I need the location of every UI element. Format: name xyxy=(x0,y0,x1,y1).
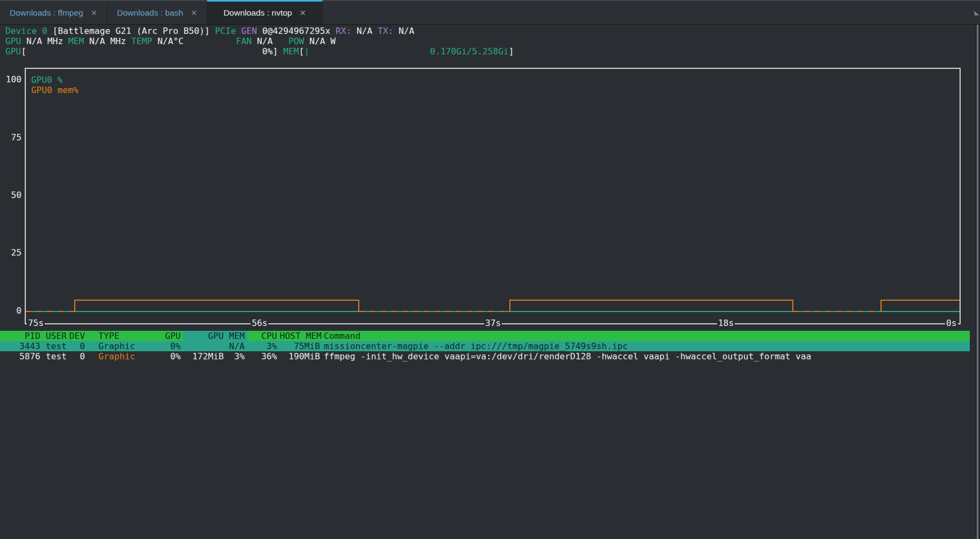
gpu-history-chart: GPU0 % GPU0 mem% xyxy=(25,68,961,324)
pid-value: 3443 xyxy=(5,341,40,351)
process-table-header: PID USER DEV TYPE GPU GPU MEM CPU HOST M… xyxy=(0,331,970,341)
scrollbar[interactable] xyxy=(975,25,980,539)
gen-label: GEN xyxy=(242,26,262,36)
konsole-window: Downloads : ffmpeg ✕ Downloads : bash ✕ … xyxy=(0,0,980,539)
dev-value: 0 xyxy=(63,351,85,361)
device-name: [Battlemage G21 (Arc Pro B50)] xyxy=(53,26,215,36)
gpu-mem-value: 172MiB 3% xyxy=(183,351,247,361)
x-tick-56s: 56s xyxy=(251,318,268,328)
col-dev: DEV xyxy=(63,331,85,341)
mem-clock-label: MEM xyxy=(68,36,89,46)
gpu-meter-open-bracket: [ xyxy=(21,46,26,56)
fan-label: FAN xyxy=(236,36,257,46)
rx-label: RX: xyxy=(336,26,357,36)
fan-value: N/A xyxy=(257,36,288,46)
col-pid: PID xyxy=(5,331,40,341)
pid-value: 5876 xyxy=(5,351,40,361)
stats-line: GPU N/A MHz MEM N/A MHz TEMP N/A°C FAN N… xyxy=(5,36,336,46)
process-row-selected[interactable]: 3443 test 0 Graphic 0% N/A 3% 75MiB miss… xyxy=(0,341,970,351)
mem-meter-label: MEM xyxy=(283,46,299,56)
mem-meter-tick: | xyxy=(304,46,310,56)
command-value: ffmpeg -init_hw_device vaapi=va:/dev/dri… xyxy=(324,351,967,361)
tab-label: Downloads : bash xyxy=(117,8,183,18)
gpu-clock-label: GPU xyxy=(5,36,26,46)
mem-meter-value: 0.170Gi/5.258Gi xyxy=(430,46,508,56)
function-key-bar: F2SetupF6SortF9KillF10QuitF12Save Config xyxy=(0,526,975,539)
process-row[interactable]: 5876 test 0 Graphic 0% 172MiB 3% 36% 190… xyxy=(0,351,970,361)
tab-label: Downloads : nvtop xyxy=(223,8,292,18)
legend-gpu-util: GPU0 % xyxy=(31,75,62,85)
tab-overflow-icon[interactable] xyxy=(975,11,979,16)
rx-value: N/A xyxy=(357,26,378,36)
y-tick-25: 25 xyxy=(0,247,22,258)
meters-line: GPU[ 0%] MEM[| 0.170Gi/5.258Gi] xyxy=(5,46,514,56)
x-tick-75s: 75s xyxy=(27,318,45,328)
legend-gpu-mem: GPU0 mem% xyxy=(31,85,79,95)
x-tick-0s: 0s xyxy=(945,318,958,328)
type-value: Graphic xyxy=(98,351,141,361)
device-info-line: Device 0 [Battlemage G21 (Arc Pro B50)] … xyxy=(5,26,414,36)
close-icon[interactable]: ✕ xyxy=(191,9,197,17)
col-gpu-mem-highlighted: GPU MEM xyxy=(183,331,247,341)
temp-value: N/A°C xyxy=(158,36,236,46)
tab-downloads-bash[interactable]: Downloads : bash ✕ xyxy=(107,1,207,24)
tab-downloads-nvtop[interactable]: Downloads : nvtop ✕ xyxy=(207,0,322,24)
mem-meter-open-bracket: [ xyxy=(299,46,304,56)
cpu-value: 36% xyxy=(252,351,277,361)
close-icon[interactable]: ✕ xyxy=(300,9,306,17)
gpu-mem-line-pulse xyxy=(509,300,793,312)
y-tick-75: 75 xyxy=(0,132,22,143)
gpu-mem-line-pulse xyxy=(74,300,359,312)
gpu-meter-value: 0% xyxy=(262,46,273,56)
pow-label: POW xyxy=(288,36,309,46)
y-tick-50: 50 xyxy=(0,190,22,200)
tab-bar: Downloads : ffmpeg ✕ Downloads : bash ✕ … xyxy=(0,0,980,25)
gpu-meter-close-bracket: ] xyxy=(273,46,283,56)
col-host-mem: HOST MEM xyxy=(280,331,320,341)
x-tick-18s: 18s xyxy=(717,318,735,328)
host-mem-value: 190MiB xyxy=(280,351,320,361)
y-tick-100: 100 xyxy=(0,74,22,84)
gpu-value: 0% xyxy=(140,341,181,351)
tx-value: N/A xyxy=(399,26,414,36)
device-label: Device 0 xyxy=(5,26,53,36)
close-icon[interactable]: ✕ xyxy=(91,9,97,17)
temp-label: TEMP xyxy=(131,36,158,46)
gpu-mem-line-zero-segment xyxy=(359,311,509,312)
gen-value: 0@4294967295x xyxy=(262,26,336,36)
col-gpu: GPU xyxy=(140,331,181,341)
gpu-meter-fill xyxy=(26,46,262,56)
col-command: Command xyxy=(324,331,967,341)
tx-label: TX: xyxy=(378,26,399,36)
x-tick-37s: 37s xyxy=(484,318,502,328)
gpu-meter-label: GPU xyxy=(5,46,21,56)
mem-meter-fill xyxy=(309,46,430,56)
type-value: Graphic xyxy=(98,341,141,351)
pcie-label: PCIe xyxy=(215,26,242,36)
y-tick-0: 0 xyxy=(0,306,22,316)
pow-value: N/A W xyxy=(309,36,336,46)
tab-downloads-ffmpeg[interactable]: Downloads : ffmpeg ✕ xyxy=(0,1,107,24)
tab-label: Downloads : ffmpeg xyxy=(10,8,83,18)
gpu-mem-line-pulse xyxy=(880,300,960,312)
col-cpu: CPU xyxy=(252,331,277,341)
gpu-value: 0% xyxy=(140,351,181,361)
dev-value: 0 xyxy=(63,341,85,351)
gpu-mem-line-zero-segment xyxy=(26,311,74,312)
mem-clock-value: N/A MHz xyxy=(89,36,131,46)
gpu-clock-value: N/A MHz xyxy=(26,36,68,46)
gpu-mem-value: N/A xyxy=(183,341,247,351)
command-value: missioncenter-magpie --addr ipc:///tmp/m… xyxy=(324,341,967,351)
cpu-value: 3% xyxy=(252,341,277,351)
col-type: TYPE xyxy=(98,331,141,341)
mem-meter-close-bracket: ] xyxy=(509,46,514,56)
scrollbar-handle[interactable] xyxy=(977,25,978,539)
host-mem-value: 75MiB xyxy=(280,341,320,351)
gpu-mem-line-zero-segment xyxy=(793,311,880,312)
